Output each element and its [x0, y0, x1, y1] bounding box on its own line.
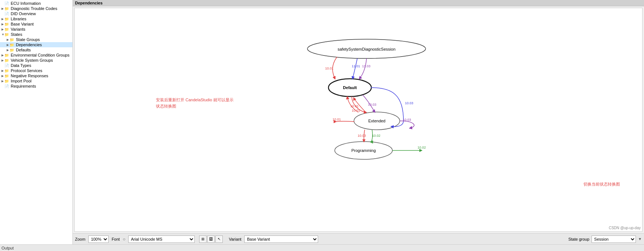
folder-icon: 📁	[4, 58, 9, 62]
sidebar-item-dependencies[interactable]: ▶📁Dependencies	[0, 42, 72, 47]
sidebar-label: Base Variant	[11, 22, 34, 26]
output-bar: Output	[0, 244, 644, 251]
expand-arrow: ▶	[1, 74, 4, 78]
sidebar-label: Dependencies	[16, 43, 42, 47]
sidebar-item-states[interactable]: ▼📁States	[0, 32, 72, 37]
sidebar-item-protocol-services[interactable]: ▶📁Protocol Services	[0, 68, 72, 73]
sidebar-item-dtc[interactable]: ▶📁Diagnostic Trouble Codes	[0, 6, 72, 11]
expand-arrow: ▶	[1, 17, 4, 21]
svg-text:10.01: 10.01	[352, 109, 360, 112]
folder-icon: 📁	[4, 7, 9, 11]
zoom-select[interactable]: 100%	[88, 235, 109, 243]
sidebar-label: DID Overview	[11, 11, 36, 16]
expand-arrow: ▶	[7, 48, 10, 52]
install-note: 安装后重新打开 CandelaStudio 就可以显示 状态转换图	[156, 97, 234, 109]
sidebar-item-import-pool[interactable]: ▶📁Import Pool	[0, 78, 72, 84]
expand-arrow: ▶	[7, 43, 10, 47]
svg-text:Default: Default	[343, 85, 357, 90]
state-group-area: State group Session ▼	[568, 235, 642, 243]
cursor-button[interactable]: ↖	[215, 235, 223, 243]
sidebar-label: ECU Information	[11, 1, 41, 6]
expand-arrow: ▶	[1, 79, 4, 83]
expand-arrow: ▶	[7, 38, 10, 41]
sidebar-label: Vehicle System Groups	[11, 58, 53, 62]
image-button[interactable]: 🖼	[207, 235, 215, 243]
svg-text:10.03: 10.03	[403, 118, 411, 122]
folder-icon: 📁	[4, 79, 9, 83]
sidebar-label: Import Pool	[11, 79, 31, 83]
grid-button[interactable]: ⊞	[199, 235, 207, 243]
sidebar-label: Diagnostic Trouble Codes	[11, 6, 57, 11]
sidebar-label: Environmental Condition Groups	[11, 53, 69, 57]
svg-text:10.03: 10.03	[358, 134, 366, 138]
sidebar-item-negative-responses[interactable]: ▶📁Negative Responses	[0, 73, 72, 78]
expand-arrow: ▼	[1, 33, 4, 36]
svg-text:10.01: 10.01	[325, 67, 334, 70]
svg-text:safetySystemDiagnosticSession: safetySystemDiagnosticSession	[338, 47, 396, 51]
install-note-line2: 状态转换图	[156, 103, 234, 109]
folder-icon: 📁	[4, 17, 9, 21]
folder-icon: 📁	[10, 38, 14, 42]
doc-icon: 📄	[4, 1, 9, 6]
switch-note: 切换当前状态转换图	[583, 182, 620, 187]
install-note-line1: 安装后重新打开 CandelaStudio 就可以显示	[156, 97, 234, 103]
expand-arrow: ▶	[1, 28, 4, 31]
variant-select[interactable]: Base Variant	[244, 235, 318, 243]
expand-arrow: ▶	[1, 54, 4, 57]
svg-text:11.01: 11.01	[352, 64, 360, 68]
variant-label: Variant	[229, 237, 241, 241]
sidebar-item-data-types[interactable]: 📄Data Types	[0, 63, 72, 68]
sidebar-label: Negative Responses	[11, 74, 48, 78]
state-group-select[interactable]: Session	[592, 235, 636, 243]
svg-text:11.03: 11.03	[362, 64, 371, 68]
folder-icon: 📁	[10, 43, 14, 47]
sidebar-item-ecu-info[interactable]: 📄ECU Information	[0, 1, 72, 6]
sidebar-item-state-groups[interactable]: ▶📁State Groups	[0, 37, 72, 42]
sidebar-item-defaults[interactable]: ▶📁Defaults	[0, 47, 72, 52]
sidebar-item-did-overview[interactable]: 📄DID Overview	[0, 11, 72, 16]
sidebar-item-base-variant[interactable]: ▶📁Base Variant	[0, 21, 72, 27]
panel-header: Dependencies	[73, 0, 644, 6]
folder-icon: 📁	[4, 53, 9, 57]
sidebar: 📄ECU Information▶📁Diagnostic Trouble Cod…	[0, 0, 73, 244]
svg-text:10.03: 10.03	[405, 101, 413, 105]
sidebar-item-vehicle-system-groups[interactable]: ▶📁Vehicle System Groups	[0, 58, 72, 63]
sidebar-label: Requirements	[11, 84, 36, 88]
expand-arrow: ▶	[1, 23, 4, 26]
sidebar-label: Data Types	[11, 63, 31, 68]
svg-text:10.02: 10.02	[372, 134, 381, 138]
sidebar-label: State Groups	[16, 37, 40, 42]
zoom-label: Zoom	[75, 237, 85, 241]
svg-text:Extended: Extended	[368, 119, 385, 123]
sidebar-label: Libraries	[11, 17, 26, 21]
main-layout: 📄ECU Information▶📁Diagnostic Trouble Cod…	[0, 0, 644, 244]
sidebar-item-env-condition-groups[interactable]: ▶📁Environmental Condition Groups	[0, 52, 72, 58]
doc-icon: 📄	[4, 12, 9, 16]
folder-icon: 📁	[4, 27, 9, 31]
sidebar-item-libraries[interactable]: ▶📁Libraries	[0, 16, 72, 21]
font-select[interactable]: Arial Unicode MS	[128, 235, 195, 243]
folder-icon: 📁	[4, 74, 9, 78]
state-group-label: State group	[568, 237, 589, 241]
svg-text:10.03: 10.03	[368, 103, 376, 106]
svg-text:10.02: 10.02	[418, 146, 426, 149]
folder-icon: 📁	[4, 33, 9, 37]
font-label: Font	[112, 237, 120, 241]
diagram-canvas: 安装后重新打开 CandelaStudio 就可以显示 状态转换图 切换当前状态…	[74, 8, 643, 232]
sidebar-label: Defaults	[16, 48, 31, 52]
content-area: Dependencies 安装后重新打开 CandelaStudio 就可以显示…	[73, 0, 644, 244]
sidebar-item-variants[interactable]: ▶📁Variants	[0, 27, 72, 32]
output-label: Output	[1, 246, 14, 250]
folder-icon: 📁	[4, 69, 9, 73]
watermark: CSDN @up-up-day	[609, 226, 641, 230]
expand-arrow: ▶	[1, 69, 4, 72]
svg-text:Programming: Programming	[351, 148, 376, 153]
sidebar-label: Variants	[11, 27, 25, 31]
doc-icon: 📄	[4, 64, 9, 68]
state-diagram-svg: safetySystemDiagnosticSession Default Ex…	[278, 27, 463, 163]
sidebar-item-requirements[interactable]: 📄Requirements	[0, 84, 72, 89]
sidebar-label: Protocol Services	[11, 68, 42, 73]
expand-arrow: ▶	[1, 59, 4, 62]
folder-icon: 📁	[10, 48, 14, 52]
svg-text:10.01: 10.01	[333, 118, 341, 121]
